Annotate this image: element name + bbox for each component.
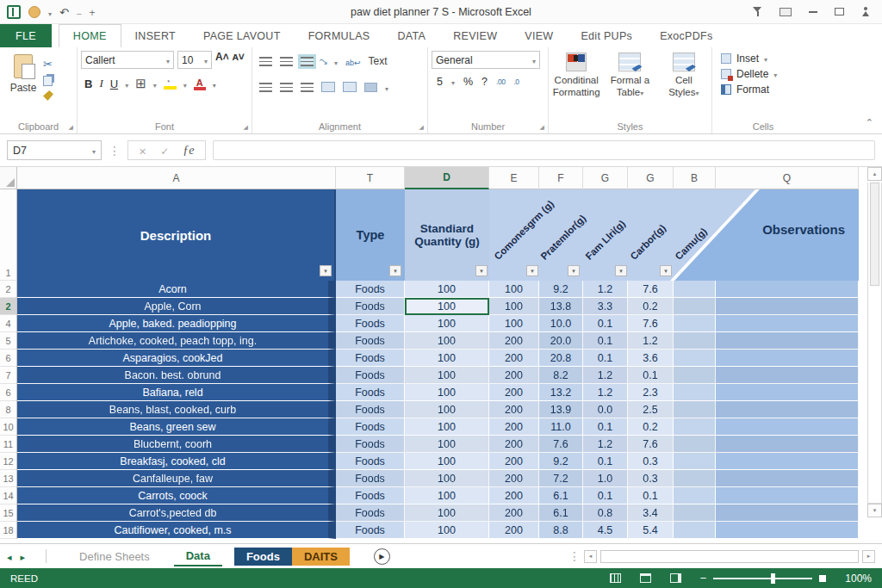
row-number[interactable]: 18 (0, 522, 16, 539)
cell-common-weight[interactable]: 200 (489, 418, 539, 436)
filter-dropdown-col-f[interactable] (568, 265, 580, 276)
currency-dropdown-icon[interactable] (451, 76, 455, 88)
align-left-icon[interactable] (259, 83, 272, 92)
row-number[interactable]: 12 (0, 453, 16, 470)
cell-carbs[interactable]: 5.4 (628, 522, 674, 539)
cell-common-weight[interactable]: 200 (489, 332, 539, 350)
cell-extra[interactable] (674, 453, 716, 470)
cell-common-weight[interactable]: 100 (489, 315, 539, 332)
cell-type[interactable]: Foods (336, 453, 405, 470)
cell-carbs[interactable]: 7.6 (628, 281, 674, 298)
cell-carbs[interactable]: 1.2 (628, 332, 674, 350)
previous-sheet-icon[interactable] (7, 548, 12, 564)
cell-type[interactable]: Foods (336, 487, 405, 504)
row-number[interactable]: 6 (0, 384, 16, 401)
cell-fat[interactable]: 0.1 (583, 332, 628, 350)
align-center-icon[interactable] (280, 83, 293, 92)
cell-fat[interactable]: 0.8 (583, 504, 628, 522)
cell-protein[interactable]: 8.2 (539, 367, 583, 384)
cell-extra[interactable] (674, 281, 716, 298)
cell-observations[interactable] (716, 470, 859, 487)
cell-extra[interactable] (674, 504, 716, 522)
decrease-decimal-icon[interactable]: .0 (513, 77, 519, 86)
cell-common-weight[interactable]: 200 (489, 470, 539, 487)
scroll-up-icon[interactable] (867, 167, 882, 181)
filter-dropdown-quantity[interactable] (475, 265, 488, 276)
cell-description[interactable]: Beans, green sew (17, 418, 336, 436)
cell-type[interactable]: Foods (336, 522, 405, 539)
scroll-down-icon[interactable] (867, 504, 882, 517)
cell-extra[interactable] (674, 401, 716, 418)
row-number[interactable]: 13 (0, 470, 16, 487)
cell-extra[interactable] (674, 315, 716, 332)
cell-fat[interactable]: 0.1 (583, 418, 628, 436)
ribbon-tab-fle[interactable]: FLE (0, 24, 52, 47)
vertical-scroll-thumb[interactable] (870, 183, 879, 286)
shrink-font-icon[interactable]: ᴀ˅ (233, 51, 245, 69)
ribbon-tab-formulas[interactable]: FORMULAS (295, 24, 384, 47)
cell-extra[interactable] (674, 298, 716, 315)
underline-dropdown-icon[interactable] (125, 76, 128, 91)
ribbon-tab-view[interactable]: VIEW (511, 24, 567, 47)
cell-extra[interactable] (674, 350, 716, 367)
cell-carbs[interactable]: 3.4 (628, 504, 674, 522)
cell-quantity[interactable]: 100 (405, 384, 489, 401)
format-painter-icon[interactable] (43, 90, 53, 101)
increase-decimal-icon[interactable]: .00 (496, 77, 505, 86)
cell-type[interactable]: Foods (336, 470, 405, 487)
cell-fat[interactable]: 0.1 (583, 315, 628, 332)
decrease-indent-icon[interactable] (321, 82, 335, 92)
cell-quantity[interactable]: 100 (405, 401, 489, 418)
cell-carbs[interactable]: 0.1 (628, 367, 674, 384)
cell-protein[interactable]: 9.2 (539, 453, 583, 470)
cell-description[interactable]: Bafiana, reld (17, 384, 336, 401)
cell-styles-button[interactable]: Cell Styles (660, 53, 708, 119)
cell-extra[interactable] (674, 436, 716, 453)
column-header-Q-8[interactable]: Q (716, 167, 859, 189)
cell-common-weight[interactable]: 200 (489, 522, 539, 539)
zoom-thumb[interactable] (771, 573, 775, 584)
cell-type[interactable]: Foods (336, 436, 405, 453)
scroll-left-icon[interactable] (584, 550, 597, 563)
orientation-icon[interactable] (321, 53, 326, 69)
cell-protein[interactable]: 13.9 (539, 401, 583, 418)
row-number[interactable]: 6 (0, 350, 16, 367)
wrap-text-icon[interactable] (345, 53, 361, 69)
row-number[interactable]: 8 (0, 401, 16, 418)
cell-carbs[interactable]: 0.3 (628, 470, 674, 487)
cell-type[interactable]: Foods (336, 367, 405, 384)
ribbon-tab-exocpdfs[interactable]: ExocPDFs (646, 24, 726, 47)
conditional-formatting-button[interactable]: Conditinal Formatting (552, 53, 600, 119)
cell-extra[interactable] (674, 367, 716, 384)
column-header-B-7[interactable]: B (674, 167, 716, 189)
row-number[interactable]: 5 (0, 332, 16, 350)
cell-description[interactable]: Apple, baked. peadiopping (17, 315, 336, 332)
cell-common-weight[interactable]: 100 (489, 281, 539, 298)
normal-view-icon[interactable] (610, 573, 621, 583)
cell-carbs[interactable]: 2.5 (628, 401, 674, 418)
cell-carbs[interactable]: 2.3 (628, 384, 674, 401)
zoom-in-icon[interactable] (819, 575, 826, 582)
cell-type[interactable]: Foods (336, 315, 405, 332)
scroll-right-icon[interactable] (862, 550, 875, 563)
observations-header[interactable]: Observations (762, 222, 845, 237)
name-box-dropdown-icon[interactable] (92, 145, 96, 157)
cell-fat[interactable]: 3.3 (583, 298, 628, 315)
cell-observations[interactable] (716, 332, 859, 350)
formula-bar-input[interactable] (213, 140, 876, 160)
cell-common-weight[interactable]: 200 (489, 367, 539, 384)
cell-carbs[interactable]: 0.2 (628, 298, 674, 315)
align-bottom-icon[interactable] (301, 57, 314, 66)
cell-observations[interactable] (716, 384, 859, 401)
cell-observations[interactable] (716, 436, 859, 453)
cell-fat[interactable]: 0.0 (583, 401, 628, 418)
cut-icon[interactable] (43, 56, 53, 71)
number-format-combobox[interactable]: General (432, 51, 540, 69)
cell-protein[interactable]: 20.0 (539, 332, 583, 350)
align-middle-icon[interactable] (280, 57, 293, 66)
cell-quantity[interactable]: 100 (405, 436, 489, 453)
ribbon-tab-insert[interactable]: INSERT (121, 24, 189, 47)
cell-description[interactable]: Breakfasj, cooked, cld (17, 453, 336, 470)
cell-description[interactable]: Carrot's,pected db (17, 504, 336, 522)
cell-quantity[interactable]: 100 (405, 332, 489, 350)
